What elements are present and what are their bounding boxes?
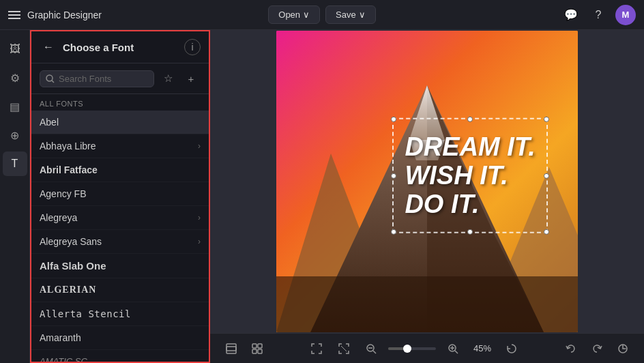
redo-icon	[591, 343, 603, 355]
svg-line-16	[341, 346, 347, 351]
bottom-toolbar-left	[221, 338, 267, 359]
sidebar-icon-text-layout[interactable]: ▤	[3, 94, 27, 119]
canvas-container: DREAM IT. WISH IT. DO IT.	[210, 30, 644, 333]
zoom-thumb[interactable]	[403, 345, 411, 353]
info-icon[interactable]: i	[184, 39, 201, 55]
topbar-left: Graphic Designer	[8, 10, 268, 20]
mountain-background: DREAM IT. WISH IT. DO IT.	[276, 31, 578, 332]
chevron-right-icon: ›	[198, 141, 201, 151]
canvas-image[interactable]: DREAM IT. WISH IT. DO IT.	[276, 31, 578, 332]
font-name: Agency FB	[40, 188, 86, 199]
sidebar-icon-text[interactable]: T	[3, 151, 27, 176]
font-item-abel[interactable]: Abel	[31, 111, 209, 134]
svg-point-0	[46, 75, 53, 81]
undo-icon	[565, 343, 577, 355]
font-item-allerta-stencil[interactable]: Allerta Stencil	[31, 302, 209, 326]
sidebar-icon-image[interactable]: 🖼	[3, 37, 27, 61]
redo-button[interactable]	[587, 338, 607, 359]
handle-middle-right[interactable]	[544, 173, 549, 179]
zoom-out-button[interactable]	[361, 338, 381, 359]
open-button[interactable]: Open ∨	[268, 5, 320, 24]
search-box[interactable]	[40, 70, 154, 87]
font-item-abril-fatface[interactable]: Abril Fatface	[31, 158, 209, 182]
font-item-alfa-slab-one[interactable]: Alfa Slab One	[31, 254, 209, 278]
undo-button[interactable]	[561, 338, 581, 359]
expand-icon	[310, 343, 323, 355]
svg-line-19	[373, 351, 376, 353]
canvas-text-box[interactable]: DREAM IT. WISH IT. DO IT.	[392, 118, 547, 233]
add-font-button[interactable]: +	[181, 69, 201, 88]
layers-button[interactable]	[221, 338, 241, 359]
bottom-toolbar: 45%	[210, 333, 644, 363]
avatar[interactable]: M	[615, 5, 636, 25]
back-button[interactable]: ←	[40, 38, 57, 56]
zoom-in-icon	[447, 343, 459, 355]
grid-icon	[251, 343, 263, 355]
canvas-text-line-3: DO IT.	[405, 190, 535, 218]
svg-rect-13	[258, 344, 262, 348]
zoom-in-button[interactable]	[443, 338, 463, 359]
sidebar-icon-adjust[interactable]: ⚙	[3, 66, 27, 90]
menu-icon[interactable]	[8, 11, 20, 19]
topbar: Graphic Designer Open ∨ Save ∨ 💬 ? M	[0, 0, 644, 30]
zoom-reset-button[interactable]	[501, 338, 522, 359]
handle-top-middle[interactable]	[467, 117, 473, 122]
font-item-amatic-sc[interactable]: AMATIC SC	[31, 350, 209, 362]
font-item-alegreya[interactable]: Alegreya ›	[31, 206, 209, 230]
svg-rect-11	[226, 347, 236, 353]
font-panel-header: ← Choose a Font i	[31, 31, 209, 63]
chevron-right-icon: ›	[198, 213, 201, 222]
svg-rect-12	[252, 344, 257, 348]
search-icon	[46, 74, 55, 83]
panel-title: Choose a Font	[63, 42, 179, 53]
app-title: Graphic Designer	[27, 10, 102, 20]
main-content: 🖼 ⚙ ▤ ⊕ T ← Choose a Font i ☆ +	[0, 30, 644, 363]
chat-icon[interactable]: 💬	[561, 5, 581, 25]
font-name: Abril Fatface	[40, 164, 98, 175]
font-name: Alegreya	[40, 212, 77, 223]
search-input[interactable]	[59, 74, 148, 84]
font-name: Abel	[40, 117, 59, 128]
canvas-area: DREAM IT. WISH IT. DO IT.	[210, 30, 644, 363]
all-fonts-label: All Fonts	[31, 94, 209, 111]
handle-middle-left[interactable]	[391, 173, 396, 179]
search-row: ☆ +	[31, 63, 209, 94]
font-name: Abhaya Libre	[40, 141, 96, 151]
font-item-agency-fb[interactable]: Agency FB	[31, 182, 209, 206]
topbar-right: 💬 ? M	[376, 5, 636, 25]
zoom-out-icon	[365, 343, 377, 355]
history-button[interactable]	[613, 338, 633, 359]
font-list: Abel Abhaya Libre › Abril Fatface Agency…	[31, 111, 209, 362]
font-name: Alfa Slab One	[40, 260, 106, 272]
fit-button[interactable]	[334, 338, 354, 359]
font-item-algerian[interactable]: ALGERIAN	[31, 278, 209, 302]
svg-rect-15	[258, 349, 262, 353]
svg-rect-10	[226, 344, 236, 351]
svg-line-23	[455, 351, 458, 353]
font-item-amaranth[interactable]: Amaranth	[31, 326, 209, 350]
handle-top-left[interactable]	[391, 117, 396, 122]
font-name: Allerta Stencil	[40, 308, 131, 319]
sidebar-icons: 🖼 ⚙ ▤ ⊕ T	[0, 30, 30, 363]
font-item-abhaya-libre[interactable]: Abhaya Libre ›	[31, 134, 209, 158]
expand-button[interactable]	[306, 338, 327, 359]
topbar-center: Open ∨ Save ∨	[268, 5, 375, 24]
bottom-toolbar-right	[561, 338, 633, 359]
history-icon	[617, 343, 629, 355]
zoom-level: 45%	[470, 343, 495, 353]
fit-icon	[338, 343, 350, 355]
sidebar-icon-elements[interactable]: ⊕	[3, 123, 27, 147]
help-icon[interactable]: ?	[588, 5, 609, 25]
chevron-right-icon: ›	[198, 237, 201, 246]
bottom-toolbar-center: 45%	[306, 338, 522, 359]
save-button[interactable]: Save ∨	[325, 5, 376, 24]
zoom-slider[interactable]	[388, 347, 436, 350]
svg-rect-9	[276, 276, 578, 332]
favorites-button[interactable]: ☆	[158, 69, 177, 88]
font-name: Alegreya Sans	[40, 236, 102, 247]
font-name: ALGERIAN	[40, 285, 96, 295]
svg-line-1	[52, 81, 54, 83]
grid-button[interactable]	[247, 338, 267, 359]
handle-bottom-middle[interactable]	[467, 229, 473, 235]
font-item-alegreya-sans[interactable]: Alegreya Sans ›	[31, 230, 209, 254]
